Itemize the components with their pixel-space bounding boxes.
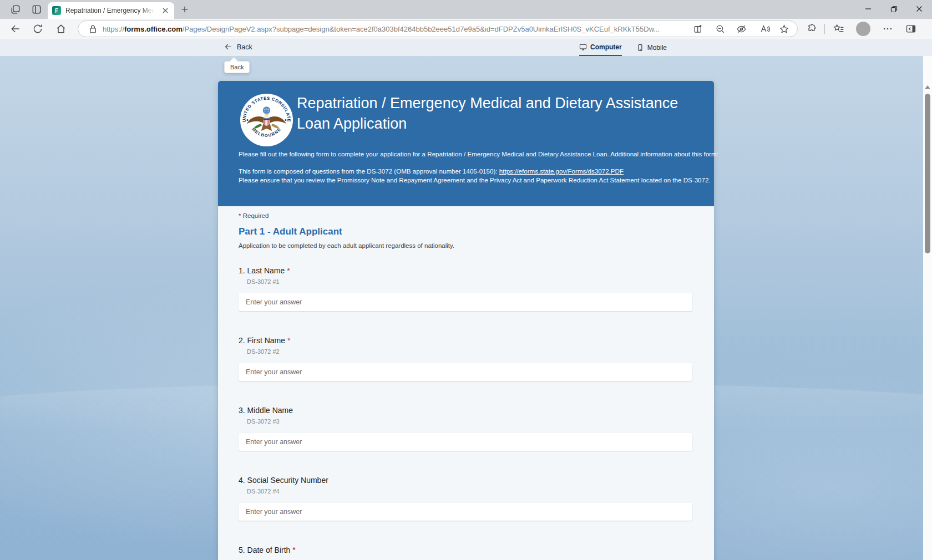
question-sublabel: DS-3072 #4 (247, 488, 693, 495)
question-label-text: 2. First Name (239, 336, 285, 345)
favorite-star-icon[interactable] (779, 24, 789, 34)
back-nav-icon[interactable] (10, 23, 21, 34)
question-label: 5. Date of Birth * (239, 546, 693, 554)
scroll-up-arrow-icon[interactable] (925, 85, 930, 89)
question-label: 4. Social Security Number (239, 476, 693, 485)
question-sublabel: DS-3072 #1 (247, 278, 693, 285)
forms-favicon-icon: F (52, 6, 61, 15)
required-asterisk: * (292, 546, 295, 554)
tab-mobile-preview[interactable]: Mobile (636, 39, 667, 56)
lock-icon[interactable] (88, 24, 98, 34)
section-title: Part 1 - Adult Applicant (239, 226, 693, 237)
question-label: 2. First Name * (239, 336, 693, 345)
back-button[interactable]: Back (224, 43, 252, 51)
monitor-icon (579, 43, 587, 51)
scrollbar-thumb[interactable] (925, 94, 930, 253)
restore-button[interactable] (881, 0, 906, 18)
page-scrollbar[interactable] (923, 56, 932, 560)
question-label-text: 1. Last Name (239, 266, 285, 275)
browser-window: F Repatriation / Emergency Medical (0, 0, 932, 560)
consulate-seal-logo: UNITED STATES CONSULATE MELBOURNE (240, 93, 293, 147)
section-subtitle: Application to be completed by each adul… (239, 242, 693, 249)
sidebar-toggle-icon[interactable] (905, 23, 916, 34)
workspaces-icon[interactable] (10, 4, 21, 15)
phone-icon (636, 44, 644, 52)
device-preview-toggle: Computer Mobile (579, 39, 667, 56)
description-line2-text: This form is composed of questions from … (239, 167, 499, 175)
required-note: * Required (239, 212, 693, 219)
split-screen-icon[interactable] (693, 24, 703, 34)
url-scheme: https:// (103, 25, 124, 33)
form-body: * Required Part 1 - Adult Applicant Appl… (218, 206, 714, 560)
tab-actions-icon[interactable] (31, 4, 42, 15)
required-asterisk: * (239, 212, 241, 219)
url-path: /Pages/DesignPageV2.aspx?subpage=design&… (183, 25, 660, 33)
new-tab-button[interactable] (180, 5, 189, 14)
first-name-input[interactable] (239, 363, 692, 381)
forms-designer-topbar: Back Computer Mobile (0, 39, 932, 56)
url-host: forms.office.com (124, 25, 183, 33)
toolbar-divider (824, 24, 825, 34)
question-label-text: 3. Middle Name (239, 406, 293, 415)
form-header: UNITED STATES CONSULATE MELBOURNE (218, 81, 714, 206)
question-label-text: 4. Social Security Number (239, 476, 328, 485)
ssn-input[interactable] (239, 503, 692, 521)
question-date-of-birth: 5. Date of Birth * (239, 546, 693, 554)
question-ssn: 4. Social Security Number DS-3072 #4 (239, 476, 693, 521)
extensions-icon[interactable] (806, 23, 817, 34)
minimize-button[interactable] (855, 0, 881, 18)
page-background: Back Computer Mobile Back (0, 39, 932, 560)
form-title: Repatriation / Emergency Medical and Die… (297, 93, 691, 134)
profile-avatar[interactable] (856, 22, 870, 36)
close-button[interactable] (906, 0, 932, 18)
tab-close-icon[interactable] (161, 6, 170, 15)
browser-toolbar: https://forms.office.com/Pages/DesignPag… (0, 19, 932, 39)
form-preview-card: UNITED STATES CONSULATE MELBOURNE (218, 81, 714, 560)
required-note-text: Required (243, 212, 269, 219)
question-label: 3. Middle Name (239, 406, 693, 415)
question-label: 1. Last Name * (239, 266, 693, 275)
hidden-eye-icon[interactable] (736, 24, 747, 34)
address-bar[interactable]: https://forms.office.com/Pages/DesignPag… (78, 21, 798, 37)
question-sublabel: DS-3072 #2 (247, 348, 693, 355)
tab-title: Repatriation / Emergency Medical (65, 7, 154, 14)
form-description-line1: Please fill out the following form to co… (239, 150, 718, 157)
computer-label: Computer (590, 43, 622, 51)
question-first-name: 2. First Name * DS-3072 #2 (239, 336, 693, 381)
tab-computer-preview[interactable]: Computer (579, 39, 622, 56)
read-aloud-icon[interactable] (759, 24, 770, 34)
mobile-label: Mobile (647, 44, 667, 52)
required-asterisk: * (287, 336, 290, 345)
back-tooltip: Back (224, 61, 250, 73)
browser-tab[interactable]: F Repatriation / Emergency Medical (48, 2, 174, 19)
last-name-input[interactable] (239, 293, 692, 311)
favorites-hub-icon[interactable] (833, 23, 844, 34)
zoom-out-icon[interactable] (715, 24, 726, 34)
home-icon[interactable] (55, 23, 67, 34)
browser-titlebar: F Repatriation / Emergency Medical (0, 0, 932, 19)
back-arrow-icon (224, 43, 232, 51)
ds3072-pdf-link[interactable]: https://eforms.state.gov/Forms/ds3072.PD… (499, 167, 624, 175)
required-asterisk: * (287, 266, 290, 275)
question-middle-name: 3. Middle Name DS-3072 #3 (239, 406, 693, 451)
more-icon[interactable] (882, 23, 893, 34)
question-last-name: 1. Last Name * DS-3072 #1 (239, 266, 693, 311)
middle-name-input[interactable] (239, 433, 692, 451)
form-description-line2: This form is composed of questions from … (239, 167, 624, 175)
question-sublabel: DS-3072 #3 (247, 418, 693, 425)
question-label-text: 5. Date of Birth (239, 546, 290, 554)
form-description-line3: Please ensure that you review the Promis… (239, 176, 711, 184)
back-button-label: Back (237, 43, 252, 51)
url-text[interactable]: https://forms.office.com/Pages/DesignPag… (103, 25, 693, 33)
refresh-icon[interactable] (32, 23, 43, 34)
